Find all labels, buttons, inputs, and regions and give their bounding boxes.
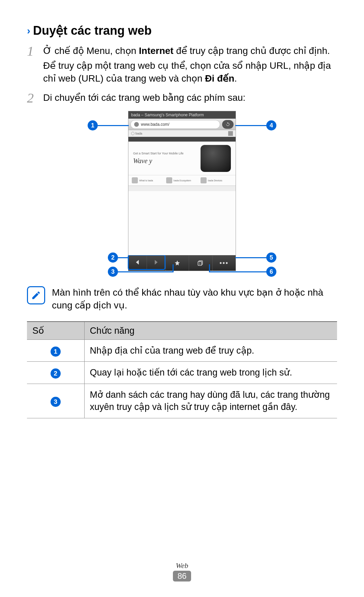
callout-line [118, 271, 174, 272]
step-number: 1 [27, 44, 37, 87]
step-text: Di chuyển tới các trang web bằng các phí… [43, 91, 337, 106]
page-number: 86 [173, 571, 191, 581]
callout-1: 1 [88, 120, 98, 130]
note-box: Màn hình trên có thể khác nhau tùy vào k… [27, 286, 337, 312]
reload-button[interactable] [222, 120, 234, 129]
section-title-text: Duyệt các trang web [33, 24, 152, 38]
callout-line [173, 264, 174, 272]
url-text: www.bada.com/ [141, 122, 170, 127]
globe-icon [134, 122, 139, 127]
browser-title-bar: bada – Samsung's Smartphone Platform [128, 111, 236, 119]
note-text: Màn hình trên có thể khác nhau tùy vào k… [52, 286, 337, 312]
svg-text:1: 1 [199, 262, 201, 265]
step-number: 2 [27, 91, 37, 106]
function-table: Số Chức năng 1Nhập địa chỉ của trang web… [27, 321, 337, 418]
arrow-right-icon [153, 260, 158, 265]
table-row: 2Quay lại hoặc tiến tới các trang web tr… [27, 362, 337, 384]
more-icon: ••• [219, 259, 229, 267]
table-header-num: Số [27, 322, 84, 340]
callout-line [209, 264, 210, 272]
table-cell-func: Quay lại hoặc tiến tới các trang web tro… [84, 362, 337, 384]
url-input[interactable]: www.bada.com/ [130, 120, 220, 129]
callout-line [98, 125, 129, 126]
callout-6: 6 [266, 267, 276, 277]
star-icon [174, 260, 180, 266]
phone-image [201, 145, 231, 172]
chevron-right-icon: › [27, 25, 30, 36]
windows-icon: 1 [197, 260, 204, 266]
callout-2: 2 [108, 252, 118, 263]
table-row: 1Nhập địa chỉ của trang web để truy cập. [27, 339, 337, 361]
forward-button[interactable] [147, 256, 164, 269]
note-icon [27, 286, 45, 304]
arrow-left-icon [135, 260, 140, 265]
callout-4: 4 [266, 120, 276, 130]
callout-3: 3 [108, 267, 118, 277]
callout-line [118, 257, 129, 258]
table-cell-num: 3 [27, 384, 84, 418]
browser-screenshot: 1 2 3 4 5 6 bada – Samsung's Smartphone … [88, 111, 276, 276]
step-text: Ở chế độ Menu, chọn Internet để truy cập… [43, 44, 337, 87]
step-item: 1Ở chế độ Menu, chọn Internet để truy cậ… [27, 44, 337, 87]
callout-line [209, 271, 266, 272]
table-cell-num: 1 [27, 339, 84, 361]
table-row: 3Mở danh sách các trang hay dùng đã lưu,… [27, 384, 337, 418]
callout-line [235, 257, 266, 258]
footer-category: Web [0, 561, 364, 570]
table-header-func: Chức năng [84, 322, 337, 340]
bookmarks-button[interactable] [165, 255, 189, 271]
section-heading: › Duyệt các trang web [27, 24, 337, 38]
table-cell-num: 2 [27, 362, 84, 384]
number-badge: 2 [51, 368, 61, 379]
reload-icon [225, 122, 230, 127]
back-button[interactable] [129, 256, 147, 269]
table-cell-func: Nhập địa chỉ của trang web để truy cập. [84, 339, 337, 361]
callout-line [235, 125, 266, 126]
callout-5: 5 [266, 252, 276, 263]
more-button[interactable]: ••• [212, 255, 236, 271]
step-item: 2Di chuyển tới các trang web bằng các ph… [27, 91, 337, 106]
table-cell-func: Mở danh sách các trang hay dùng đã lưu, … [84, 384, 337, 418]
browser-toolbar: 1 ••• [128, 255, 236, 271]
number-badge: 3 [51, 397, 61, 407]
webpage-content: bada Get a Smart Start for Your Mobile L… [128, 130, 236, 255]
page-footer: Web 86 [0, 561, 364, 581]
number-badge: 1 [51, 347, 61, 357]
